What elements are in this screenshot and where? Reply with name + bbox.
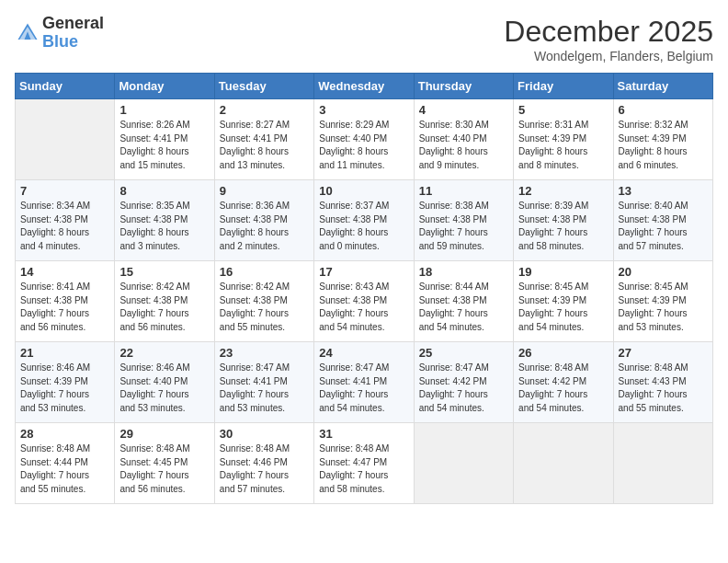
day-cell: 3Sunrise: 8:29 AM Sunset: 4:40 PM Daylig… xyxy=(314,99,414,180)
day-info: Sunrise: 8:38 AM Sunset: 4:38 PM Dayligh… xyxy=(419,200,508,253)
day-info: Sunrise: 8:48 AM Sunset: 4:44 PM Dayligh… xyxy=(20,442,109,496)
day-number: 6 xyxy=(619,103,708,117)
day-cell: 24Sunrise: 8:47 AM Sunset: 4:41 PM Dayli… xyxy=(314,342,414,423)
day-cell xyxy=(414,423,513,504)
logo-icon xyxy=(15,20,40,46)
day-number: 27 xyxy=(619,346,708,360)
day-info: Sunrise: 8:37 AM Sunset: 4:38 PM Dayligh… xyxy=(319,200,408,253)
header-cell-monday: Monday xyxy=(115,74,214,99)
header-cell-thursday: Thursday xyxy=(414,74,513,99)
day-info: Sunrise: 8:48 AM Sunset: 4:45 PM Dayligh… xyxy=(119,442,209,496)
day-cell: 28Sunrise: 8:48 AM Sunset: 4:44 PM Dayli… xyxy=(16,423,115,504)
day-number: 1 xyxy=(119,103,209,117)
day-cell xyxy=(16,99,115,180)
day-number: 10 xyxy=(319,184,408,198)
day-cell: 23Sunrise: 8:47 AM Sunset: 4:41 PM Dayli… xyxy=(214,342,313,423)
day-info: Sunrise: 8:35 AM Sunset: 4:38 PM Dayligh… xyxy=(119,200,209,253)
day-number: 4 xyxy=(419,103,508,117)
day-number: 14 xyxy=(20,265,109,279)
day-cell xyxy=(613,423,712,504)
day-info: Sunrise: 8:45 AM Sunset: 4:39 PM Dayligh… xyxy=(518,281,608,334)
month-title: December 2025 xyxy=(504,15,713,49)
day-cell: 9Sunrise: 8:36 AM Sunset: 4:38 PM Daylig… xyxy=(214,180,313,261)
day-cell: 10Sunrise: 8:37 AM Sunset: 4:38 PM Dayli… xyxy=(314,180,414,261)
day-number: 30 xyxy=(220,427,309,441)
day-cell: 13Sunrise: 8:40 AM Sunset: 4:38 PM Dayli… xyxy=(613,180,712,261)
day-info: Sunrise: 8:47 AM Sunset: 4:41 PM Dayligh… xyxy=(319,362,408,415)
day-info: Sunrise: 8:47 AM Sunset: 4:41 PM Dayligh… xyxy=(220,362,309,415)
day-info: Sunrise: 8:30 AM Sunset: 4:40 PM Dayligh… xyxy=(419,119,508,172)
logo-text: General Blue xyxy=(42,15,104,52)
day-cell: 31Sunrise: 8:48 AM Sunset: 4:47 PM Dayli… xyxy=(314,423,414,504)
header-cell-sunday: Sunday xyxy=(16,74,115,99)
day-info: Sunrise: 8:46 AM Sunset: 4:39 PM Dayligh… xyxy=(20,362,109,415)
day-cell: 30Sunrise: 8:48 AM Sunset: 4:46 PM Dayli… xyxy=(214,423,313,504)
day-cell: 29Sunrise: 8:48 AM Sunset: 4:45 PM Dayli… xyxy=(115,423,214,504)
day-number: 21 xyxy=(20,346,109,360)
header-cell-saturday: Saturday xyxy=(613,74,712,99)
day-info: Sunrise: 8:40 AM Sunset: 4:38 PM Dayligh… xyxy=(619,200,708,253)
day-cell: 20Sunrise: 8:45 AM Sunset: 4:39 PM Dayli… xyxy=(613,261,712,342)
day-info: Sunrise: 8:36 AM Sunset: 4:38 PM Dayligh… xyxy=(220,200,309,253)
header-cell-tuesday: Tuesday xyxy=(214,74,313,99)
day-cell: 4Sunrise: 8:30 AM Sunset: 4:40 PM Daylig… xyxy=(414,99,513,180)
day-cell xyxy=(514,423,613,504)
day-cell: 7Sunrise: 8:34 AM Sunset: 4:38 PM Daylig… xyxy=(16,180,115,261)
day-cell: 26Sunrise: 8:48 AM Sunset: 4:42 PM Dayli… xyxy=(514,342,613,423)
day-info: Sunrise: 8:45 AM Sunset: 4:39 PM Dayligh… xyxy=(619,281,708,334)
day-cell: 16Sunrise: 8:42 AM Sunset: 4:38 PM Dayli… xyxy=(214,261,313,342)
day-info: Sunrise: 8:41 AM Sunset: 4:38 PM Dayligh… xyxy=(20,281,109,334)
day-info: Sunrise: 8:27 AM Sunset: 4:41 PM Dayligh… xyxy=(220,119,309,172)
day-info: Sunrise: 8:44 AM Sunset: 4:38 PM Dayligh… xyxy=(419,281,508,334)
day-number: 20 xyxy=(619,265,708,279)
header-row: SundayMondayTuesdayWednesdayThursdayFrid… xyxy=(16,74,713,99)
day-number: 3 xyxy=(319,103,408,117)
week-row-4: 28Sunrise: 8:48 AM Sunset: 4:44 PM Dayli… xyxy=(16,423,713,504)
logo-general: General xyxy=(42,15,104,33)
day-number: 13 xyxy=(619,184,708,198)
day-cell: 25Sunrise: 8:47 AM Sunset: 4:42 PM Dayli… xyxy=(414,342,513,423)
day-info: Sunrise: 8:48 AM Sunset: 4:42 PM Dayligh… xyxy=(518,362,608,415)
week-row-2: 14Sunrise: 8:41 AM Sunset: 4:38 PM Dayli… xyxy=(16,261,713,342)
header-cell-friday: Friday xyxy=(514,74,613,99)
title-section: December 2025 Wondelgem, Flanders, Belgi… xyxy=(504,15,713,63)
day-number: 8 xyxy=(119,184,209,198)
day-info: Sunrise: 8:29 AM Sunset: 4:40 PM Dayligh… xyxy=(319,119,408,172)
day-info: Sunrise: 8:26 AM Sunset: 4:41 PM Dayligh… xyxy=(119,119,209,172)
day-cell: 21Sunrise: 8:46 AM Sunset: 4:39 PM Dayli… xyxy=(16,342,115,423)
week-row-3: 21Sunrise: 8:46 AM Sunset: 4:39 PM Dayli… xyxy=(16,342,713,423)
day-cell: 5Sunrise: 8:31 AM Sunset: 4:39 PM Daylig… xyxy=(514,99,613,180)
day-number: 24 xyxy=(319,346,408,360)
day-cell: 11Sunrise: 8:38 AM Sunset: 4:38 PM Dayli… xyxy=(414,180,513,261)
week-row-1: 7Sunrise: 8:34 AM Sunset: 4:38 PM Daylig… xyxy=(16,180,713,261)
day-cell: 18Sunrise: 8:44 AM Sunset: 4:38 PM Dayli… xyxy=(414,261,513,342)
day-number: 11 xyxy=(419,184,508,198)
day-number: 12 xyxy=(518,184,608,198)
day-info: Sunrise: 8:48 AM Sunset: 4:43 PM Dayligh… xyxy=(619,362,708,415)
week-row-0: 1Sunrise: 8:26 AM Sunset: 4:41 PM Daylig… xyxy=(16,99,713,180)
calendar-header: SundayMondayTuesdayWednesdayThursdayFrid… xyxy=(16,74,713,99)
day-number: 17 xyxy=(319,265,408,279)
day-number: 23 xyxy=(220,346,309,360)
day-number: 28 xyxy=(20,427,109,441)
day-number: 2 xyxy=(220,103,309,117)
day-info: Sunrise: 8:48 AM Sunset: 4:47 PM Dayligh… xyxy=(319,442,408,496)
day-number: 7 xyxy=(20,184,109,198)
day-number: 19 xyxy=(518,265,608,279)
day-cell: 17Sunrise: 8:43 AM Sunset: 4:38 PM Dayli… xyxy=(314,261,414,342)
day-cell: 2Sunrise: 8:27 AM Sunset: 4:41 PM Daylig… xyxy=(214,99,313,180)
calendar-table: SundayMondayTuesdayWednesdayThursdayFrid… xyxy=(15,73,713,504)
day-number: 31 xyxy=(319,427,408,441)
day-cell: 14Sunrise: 8:41 AM Sunset: 4:38 PM Dayli… xyxy=(16,261,115,342)
day-number: 29 xyxy=(119,427,209,441)
header-cell-wednesday: Wednesday xyxy=(314,74,414,99)
day-cell: 19Sunrise: 8:45 AM Sunset: 4:39 PM Dayli… xyxy=(514,261,613,342)
calendar-body: 1Sunrise: 8:26 AM Sunset: 4:41 PM Daylig… xyxy=(16,99,713,504)
day-number: 26 xyxy=(518,346,608,360)
logo: General Blue xyxy=(15,15,104,52)
day-number: 25 xyxy=(419,346,508,360)
day-number: 9 xyxy=(220,184,309,198)
day-number: 18 xyxy=(419,265,508,279)
day-number: 5 xyxy=(518,103,608,117)
day-info: Sunrise: 8:39 AM Sunset: 4:38 PM Dayligh… xyxy=(518,200,608,253)
